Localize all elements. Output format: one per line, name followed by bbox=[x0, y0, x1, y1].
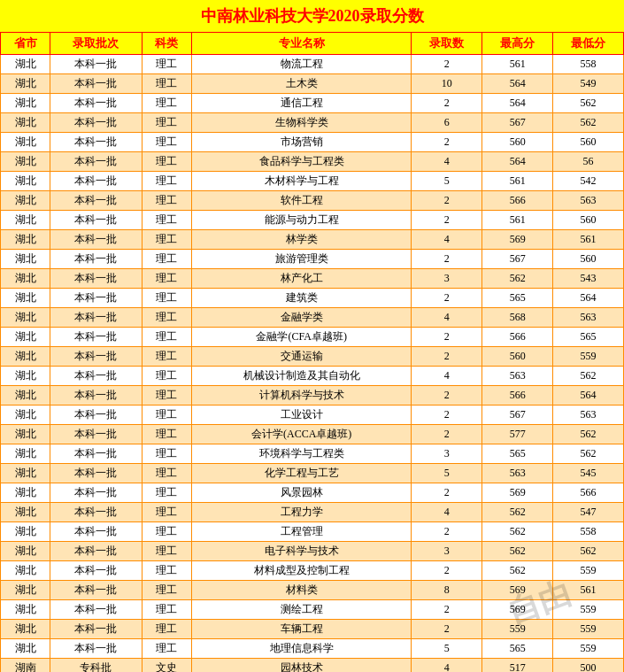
table-cell-20-6: 562 bbox=[553, 444, 624, 464]
table-cell-6-5: 561 bbox=[482, 172, 553, 191]
table-cell-31-2: 文史 bbox=[142, 659, 191, 673]
table-cell-20-3: 环境科学与工程类 bbox=[191, 444, 412, 464]
table-cell-27-0: 湖北 bbox=[1, 581, 50, 600]
table-cell-23-1: 本科一批 bbox=[50, 503, 142, 522]
table-cell-30-5: 565 bbox=[482, 639, 553, 659]
table-cell-1-6: 549 bbox=[553, 74, 624, 94]
table-cell-17-0: 湖北 bbox=[1, 386, 50, 406]
table-cell-30-6: 559 bbox=[553, 639, 624, 659]
table-cell-26-6: 559 bbox=[553, 561, 624, 581]
table-cell-30-2: 理工 bbox=[142, 639, 191, 659]
table-cell-2-3: 通信工程 bbox=[191, 94, 412, 113]
table-cell-11-3: 林产化工 bbox=[191, 269, 412, 289]
table-cell-25-4: 3 bbox=[412, 542, 482, 561]
table-cell-29-6: 559 bbox=[553, 620, 624, 639]
table-cell-9-4: 4 bbox=[412, 230, 482, 250]
table-cell-19-2: 理工 bbox=[142, 425, 191, 444]
table-cell-11-2: 理工 bbox=[142, 269, 191, 289]
table-header: 省市录取批次科类专业名称录取数最高分最低分 bbox=[1, 33, 624, 55]
table-cell-8-3: 能源与动力工程 bbox=[191, 211, 412, 230]
table-cell-20-2: 理工 bbox=[142, 444, 191, 464]
table-cell-5-4: 4 bbox=[412, 152, 482, 172]
table-cell-10-2: 理工 bbox=[142, 250, 191, 269]
table-cell-7-5: 566 bbox=[482, 191, 553, 211]
table-row: 湖北本科一批理工材料成型及控制工程2562559 bbox=[1, 561, 624, 581]
table-cell-24-1: 本科一批 bbox=[50, 522, 142, 542]
table-cell-13-5: 568 bbox=[482, 308, 553, 328]
table-row: 湖北本科一批理工物流工程2561558 bbox=[1, 55, 624, 74]
table-cell-0-6: 558 bbox=[553, 55, 624, 74]
table-cell-18-1: 本科一批 bbox=[50, 406, 142, 425]
table-cell-28-3: 测绘工程 bbox=[191, 600, 412, 620]
table-cell-2-0: 湖北 bbox=[1, 94, 50, 113]
table-cell-13-0: 湖北 bbox=[1, 308, 50, 328]
table-row: 湖北本科一批理工材料类8569561 bbox=[1, 581, 624, 600]
table-cell-19-6: 562 bbox=[553, 425, 624, 444]
table-cell-4-3: 市场营销 bbox=[191, 133, 412, 152]
table-cell-9-5: 569 bbox=[482, 230, 553, 250]
table-row: 湖北本科一批理工工程力学4562547 bbox=[1, 503, 624, 522]
table-cell-21-5: 563 bbox=[482, 464, 553, 483]
table-cell-3-2: 理工 bbox=[142, 113, 191, 133]
table-cell-18-0: 湖北 bbox=[1, 406, 50, 425]
page-title: 中南林业科技大学2020录取分数 bbox=[0, 0, 624, 32]
table-cell-25-0: 湖北 bbox=[1, 542, 50, 561]
table-cell-13-6: 563 bbox=[553, 308, 624, 328]
table-cell-19-1: 本科一批 bbox=[50, 425, 142, 444]
table-cell-6-6: 542 bbox=[553, 172, 624, 191]
table-row: 湖北本科一批理工能源与动力工程2561560 bbox=[1, 211, 624, 230]
table-row: 湖北本科一批理工林产化工3562543 bbox=[1, 269, 624, 289]
table-row: 湖北本科一批理工旅游管理类2567560 bbox=[1, 250, 624, 269]
table-row: 湖北本科一批理工市场营销2560560 bbox=[1, 133, 624, 152]
table-cell-16-2: 理工 bbox=[142, 367, 191, 386]
table-cell-23-2: 理工 bbox=[142, 503, 191, 522]
table-row: 湖北本科一批理工车辆工程2559559 bbox=[1, 620, 624, 639]
table-cell-16-1: 本科一批 bbox=[50, 367, 142, 386]
header-cell-6: 最低分 bbox=[553, 33, 624, 55]
table-wrap: 省市录取批次科类专业名称录取数最高分最低分 湖北本科一批理工物流工程256155… bbox=[0, 32, 624, 672]
table-row: 湖北本科一批理工交通运输2560559 bbox=[1, 347, 624, 367]
table-cell-2-2: 理工 bbox=[142, 94, 191, 113]
table-cell-27-1: 本科一批 bbox=[50, 581, 142, 600]
table-cell-7-2: 理工 bbox=[142, 191, 191, 211]
table-cell-0-0: 湖北 bbox=[1, 55, 50, 74]
table-cell-12-0: 湖北 bbox=[1, 289, 50, 308]
table-cell-16-3: 机械设计制造及其自动化 bbox=[191, 367, 412, 386]
table-cell-0-3: 物流工程 bbox=[191, 55, 412, 74]
table-cell-4-2: 理工 bbox=[142, 133, 191, 152]
table-row: 湖北本科一批理工土木类10564549 bbox=[1, 74, 624, 94]
table-cell-9-2: 理工 bbox=[142, 230, 191, 250]
table-cell-23-0: 湖北 bbox=[1, 503, 50, 522]
table-cell-10-5: 567 bbox=[482, 250, 553, 269]
table-cell-19-0: 湖北 bbox=[1, 425, 50, 444]
table-cell-17-4: 2 bbox=[412, 386, 482, 406]
table-cell-2-1: 本科一批 bbox=[50, 94, 142, 113]
table-row: 湖北本科一批理工林学类4569561 bbox=[1, 230, 624, 250]
table-cell-0-4: 2 bbox=[412, 55, 482, 74]
table-cell-26-1: 本科一批 bbox=[50, 561, 142, 581]
table-cell-31-3: 园林技术 bbox=[191, 659, 412, 673]
table-cell-28-5: 569 bbox=[482, 600, 553, 620]
table-cell-5-5: 564 bbox=[482, 152, 553, 172]
table-cell-29-5: 559 bbox=[482, 620, 553, 639]
table-cell-15-3: 交通运输 bbox=[191, 347, 412, 367]
table-cell-24-3: 工程管理 bbox=[191, 522, 412, 542]
table-cell-22-1: 本科一批 bbox=[50, 483, 142, 503]
table-cell-24-6: 558 bbox=[553, 522, 624, 542]
table-cell-8-0: 湖北 bbox=[1, 211, 50, 230]
table-cell-4-0: 湖北 bbox=[1, 133, 50, 152]
table-cell-21-6: 545 bbox=[553, 464, 624, 483]
table-cell-21-3: 化学工程与工艺 bbox=[191, 464, 412, 483]
table-cell-24-0: 湖北 bbox=[1, 522, 50, 542]
table-cell-4-6: 560 bbox=[553, 133, 624, 152]
table-cell-1-2: 理工 bbox=[142, 74, 191, 94]
table-cell-3-6: 562 bbox=[553, 113, 624, 133]
data-table: 省市录取批次科类专业名称录取数最高分最低分 湖北本科一批理工物流工程256155… bbox=[0, 32, 624, 672]
table-cell-31-5: 517 bbox=[482, 659, 553, 673]
table-row: 湖北本科一批理工电子科学与技术3562562 bbox=[1, 542, 624, 561]
table-row: 湖北本科一批理工机械设计制造及其自动化4563562 bbox=[1, 367, 624, 386]
header-cell-0: 省市 bbox=[1, 33, 50, 55]
table-cell-17-5: 566 bbox=[482, 386, 553, 406]
table-cell-15-0: 湖北 bbox=[1, 347, 50, 367]
header-row: 省市录取批次科类专业名称录取数最高分最低分 bbox=[1, 33, 624, 55]
